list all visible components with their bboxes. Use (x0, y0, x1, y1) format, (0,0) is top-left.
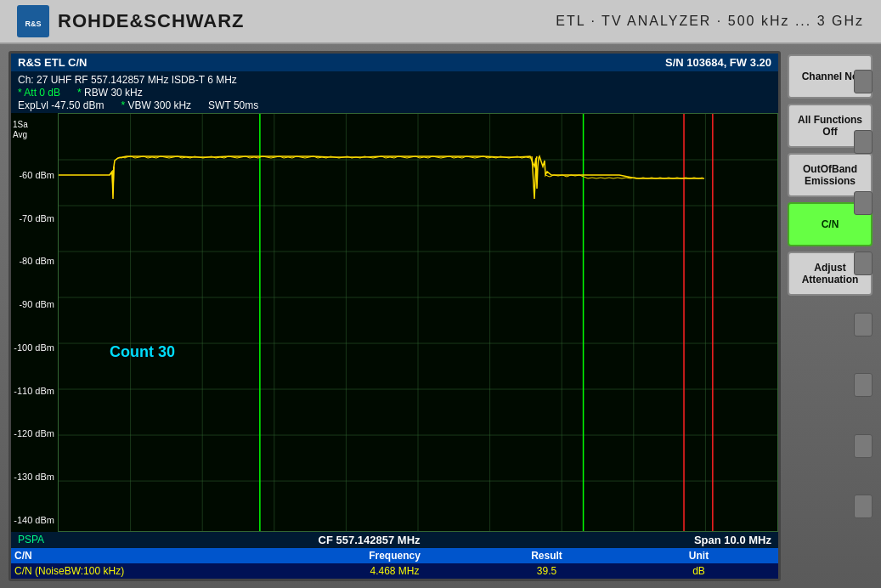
table-col-result: Result (471, 550, 623, 562)
main-content: R&S ETL C/N S/N 103684, FW 3.20 Ch: 27 U… (0, 44, 881, 588)
logo-icon: R&S (17, 5, 49, 37)
hw-button-2[interactable] (854, 130, 873, 154)
swt-param: SWT 50ms (208, 99, 258, 111)
screen: R&S ETL C/N S/N 103684, FW 3.20 Ch: 27 U… (8, 51, 781, 581)
svg-text:R&S: R&S (25, 20, 41, 28)
cf-label: CF 557.142857 MHz (319, 534, 421, 546)
span-label: Span 10.0 MHz (694, 534, 771, 546)
table-col-cn: C/N (14, 550, 319, 562)
y-label-120: -120 dBm (13, 429, 54, 438)
screen-params: Ch: 27 UHF RF 557.142857 MHz ISDB-T 6 MH… (11, 71, 778, 113)
table-cell-freq: 4.468 MHz (319, 565, 471, 577)
y-label-140: -140 dBm (13, 516, 54, 525)
screen-title-right: S/N 103684, FW 3.20 (665, 56, 771, 69)
y-side-label: 1Sa Avg (13, 120, 28, 140)
y-label-130: -130 dBm (13, 472, 54, 482)
table-col-freq: Frequency (319, 550, 471, 562)
table-cell-result: 39.5 (471, 565, 623, 577)
hw-button-7[interactable] (854, 434, 873, 458)
table-row: C/N (NoiseBW:100 kHz) 4.468 MHz 39.5 dB (11, 563, 778, 579)
table-cell-cn: C/N (NoiseBW:100 kHz) (14, 565, 319, 577)
hw-button-1[interactable] (854, 70, 873, 93)
chart-svg (59, 114, 777, 531)
explvl-param: ExpLvl -47.50 dBm (18, 99, 104, 111)
y-label-60: -60 dBm (13, 171, 54, 180)
rbw-param: * RBW 30 kHz (77, 87, 143, 99)
hw-button-3[interactable] (854, 191, 873, 215)
param-row2: * Att 0 dB * RBW 30 kHz (18, 87, 771, 99)
screen-header: R&S ETL C/N S/N 103684, FW 3.20 (11, 54, 778, 71)
att-param: * Att 0 dB (18, 87, 60, 99)
table-cell-unit: dB (623, 565, 775, 577)
hw-button-8[interactable] (854, 495, 873, 518)
vbw-param: * VBW 300 kHz (121, 99, 191, 111)
side-buttons (854, 51, 878, 537)
y-axis-labels: 1Sa Avg -60 dBm -70 dBm -80 dBm -90 dBm … (11, 113, 58, 532)
hw-button-4[interactable] (854, 252, 873, 275)
screen-panel: R&S ETL C/N S/N 103684, FW 3.20 Ch: 27 U… (8, 51, 781, 581)
hw-button-6[interactable] (854, 373, 873, 397)
chart-area: 1Sa Avg -60 dBm -70 dBm -80 dBm -90 dBm … (11, 113, 778, 532)
screen-bottom: PSPA CF 557.142857 MHz Span 10.0 MHz (11, 532, 778, 548)
table-col-unit: Unit (623, 550, 775, 562)
y-label-80: -80 dBm (13, 257, 54, 266)
channel-info: Ch: 27 UHF RF 557.142857 MHz ISDB-T 6 MH… (18, 74, 237, 86)
instrument-body: R&S ROHDE&SCHWARZ ETL · TV ANALYZER · 50… (0, 0, 881, 588)
y-label-100: -100 dBm (13, 343, 54, 353)
y-label-70: -70 dBm (13, 214, 54, 223)
y-label-110: -110 dBm (13, 387, 54, 396)
y-label-90: -90 dBm (13, 300, 54, 309)
table-header: C/N Frequency Result Unit (11, 548, 778, 563)
pspa-label: PSPA (18, 534, 44, 546)
param-row1: Ch: 27 UHF RF 557.142857 MHz ISDB-T 6 MH… (18, 74, 771, 86)
top-header: R&S ROHDE&SCHWARZ ETL · TV ANALYZER · 50… (0, 0, 881, 44)
instrument-info: ETL · TV ANALYZER · 500 kHz ... 3 GHz (556, 14, 864, 29)
chart-grid: Count 30 (58, 113, 778, 532)
brand-logo: R&S ROHDE&SCHWARZ (17, 5, 245, 37)
brand-name: ROHDE&SCHWARZ (58, 10, 245, 32)
screen-title-left: R&S ETL C/N (18, 56, 87, 69)
param-row3: ExpLvl -47.50 dBm * VBW 300 kHz SWT 50ms (18, 99, 771, 111)
hw-button-5[interactable] (854, 313, 873, 336)
results-table: C/N Frequency Result Unit C/N (NoiseBW:1… (11, 548, 778, 579)
count-label: Count 30 (110, 343, 175, 361)
